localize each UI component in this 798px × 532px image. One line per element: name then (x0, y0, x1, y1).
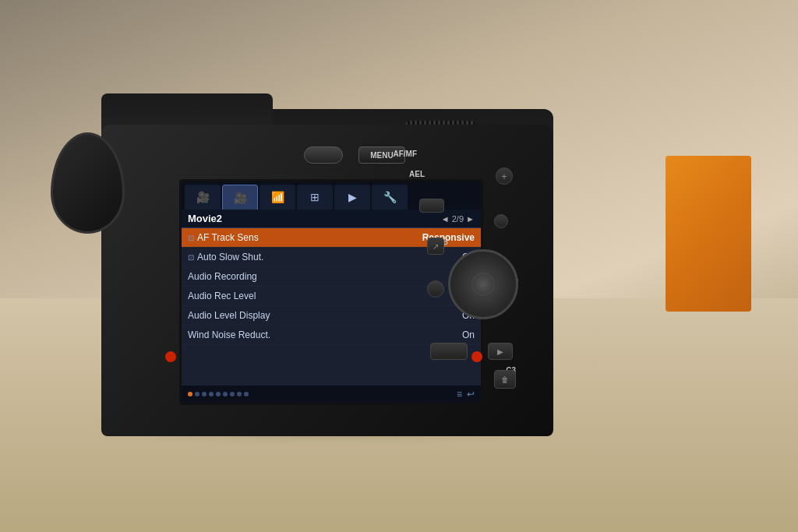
page-dots (188, 392, 249, 396)
orange-box (666, 156, 751, 312)
wheel-center-button[interactable] (471, 273, 495, 296)
flash-button[interactable] (304, 146, 343, 164)
dot-5 (216, 392, 221, 396)
dot-9 (244, 392, 249, 396)
wind-noise-reduct-label: Wind Noise Reduct. (188, 329, 270, 340)
top-controls: MENU (304, 146, 405, 164)
fn-button[interactable] (419, 199, 444, 213)
afl-button[interactable] (494, 214, 508, 228)
bottom-icons: ≡ ↩ (457, 389, 475, 400)
camera-main-body: MENU AF/MF AEL 🎥 🎥 (101, 125, 553, 436)
ael-label: AEL (409, 170, 425, 178)
section-title: Movie2 (188, 213, 222, 224)
dot-3 (202, 392, 207, 396)
red-dot-right (471, 351, 482, 362)
menu-bottom-icon: ≡ (457, 389, 462, 400)
zoom-button[interactable]: + (496, 167, 513, 185)
tab-camera2[interactable]: 🎥 (222, 185, 258, 210)
red-dot-left (165, 351, 176, 362)
timer-button[interactable] (427, 280, 444, 298)
tab-grid[interactable]: ⊞ (297, 185, 333, 210)
camera-body-container: MENU AF/MF AEL 🎥 🎥 (39, 93, 569, 467)
bracket-button[interactable] (430, 343, 468, 360)
tab1-icon: 🎥 (196, 191, 210, 203)
wind-noise-reduct-value: On (462, 329, 475, 340)
dot-8 (237, 392, 242, 396)
menu-item-audio-level-display[interactable]: Audio Level Display On (182, 306, 481, 326)
audio-rec-level-label: Audio Rec Level (188, 291, 256, 301)
share-button[interactable]: ↗ (427, 238, 444, 255)
tab-camera1[interactable]: 🎥 (185, 185, 221, 210)
tab5-icon: ▶ (348, 191, 357, 203)
delete-button[interactable]: 🗑 (494, 370, 516, 389)
tab-playback[interactable]: ▶ (334, 185, 370, 210)
playback-button[interactable]: ▶ (488, 343, 513, 360)
dot-1 (188, 392, 192, 396)
tab2-icon: 🎥 (234, 192, 247, 204)
control-wheel[interactable] (448, 249, 518, 319)
tab4-icon: ⊞ (310, 191, 320, 203)
dot-2 (195, 392, 200, 396)
af-track-sens-label: ⊡ AF Track Sens (188, 232, 259, 243)
eyecup (51, 132, 125, 234)
afmf-label: AF/MF (393, 150, 417, 158)
audio-level-display-label: Audio Level Display (188, 310, 270, 321)
section-page: ◄ 2/9 ► (441, 214, 475, 224)
af-icon: ⊡ (188, 234, 194, 242)
screen-bottom-bar: ≡ ↩ (182, 386, 481, 403)
tab3-icon: 📶 (271, 191, 284, 203)
tab6-icon: 🔧 (383, 191, 397, 203)
dot-4 (209, 392, 214, 396)
dot-6 (223, 392, 228, 396)
auto-slow-shut-label: ⊡ Auto Slow Shut. (188, 252, 263, 262)
back-icon: ↩ (467, 389, 475, 400)
menu-button-label: MENU (370, 151, 393, 160)
slow-shut-icon: ⊡ (188, 253, 194, 262)
tab-settings[interactable]: 🔧 (372, 185, 408, 210)
audio-recording-label: Audio Recording (188, 271, 257, 282)
tab-wireless[interactable]: 📶 (260, 185, 295, 210)
dot-7 (230, 392, 235, 396)
